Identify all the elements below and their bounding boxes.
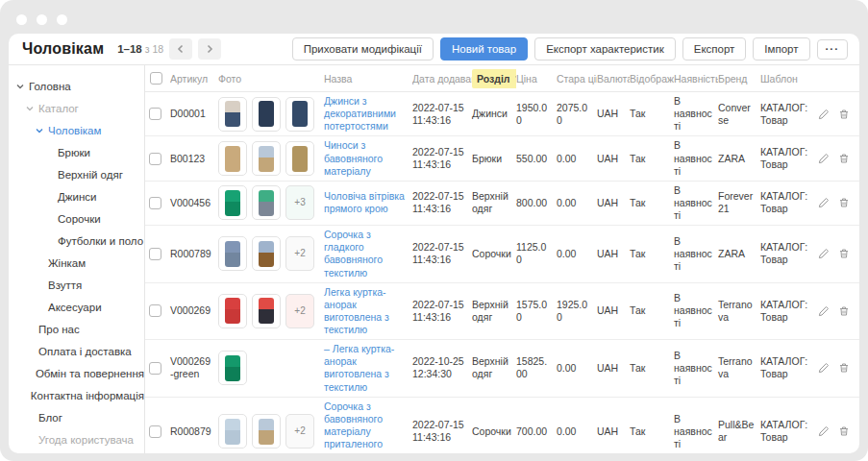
- product-name-link[interactable]: Чоловіча вітрівка прямого крою: [324, 190, 405, 214]
- sidebar-item[interactable]: Чоловікам: [9, 119, 144, 141]
- product-brand: Forever 21: [718, 190, 760, 215]
- product-name-link[interactable]: Сорочка з бавовняного матеріалу притален…: [324, 400, 383, 453]
- row-actions: [818, 425, 857, 437]
- minimize-window-icon[interactable]: [37, 14, 47, 25]
- product-availability: В наявності: [674, 350, 718, 387]
- product-brand: ZARA: [718, 248, 760, 260]
- chevron-down-icon: [26, 105, 38, 112]
- product-name-link[interactable]: Джинси з декоративними потертостями: [324, 95, 396, 132]
- sidebar-item[interactable]: Каталог: [9, 97, 144, 119]
- product-photos: [218, 97, 324, 132]
- product-photos: [218, 141, 324, 176]
- product-brand: Pull&Bear: [718, 419, 760, 444]
- product-currency: UAH: [597, 248, 630, 260]
- product-old-price: 1925.00: [557, 299, 597, 324]
- sidebar-item[interactable]: Жінкам: [9, 252, 144, 274]
- row-checkbox[interactable]: [149, 108, 161, 120]
- product-name-link[interactable]: Сорочка з гладкого бавовняного текстилю: [324, 229, 383, 278]
- import-button[interactable]: Імпорт: [753, 37, 809, 61]
- sidebar-item[interactable]: Головна: [9, 75, 144, 97]
- product-availability: В наявності: [674, 184, 718, 222]
- column-header-section[interactable]: Розділ: [472, 69, 516, 88]
- edit-button[interactable]: [818, 362, 830, 374]
- row-actions: [818, 197, 857, 208]
- export-characteristics-button[interactable]: Експорт характеристик: [534, 37, 676, 61]
- select-all-checkbox[interactable]: [150, 72, 162, 85]
- sidebar-item[interactable]: Аксесуари: [9, 296, 144, 318]
- pencil-icon: [818, 153, 830, 164]
- product-sku: D00001: [170, 108, 218, 120]
- next-page-button[interactable]: [198, 38, 221, 60]
- product-name-link[interactable]: Чиноси з бавовняного матеріалу: [324, 139, 383, 176]
- row-checkbox[interactable]: [149, 362, 161, 375]
- trash-icon: [838, 197, 850, 208]
- sidebar-item-label: Чоловікам: [48, 125, 101, 136]
- product-photo: [252, 141, 281, 176]
- sidebar-item[interactable]: Обмін та повернення: [9, 362, 144, 384]
- row-checkbox[interactable]: [149, 425, 161, 438]
- product-price: 550.00: [516, 153, 557, 165]
- product-sku: V000456: [170, 197, 218, 209]
- hide-modifications-button[interactable]: Приховати модифікації: [292, 37, 434, 61]
- sidebar-item[interactable]: Угода користувача: [9, 428, 144, 450]
- pagination-range: 1–18: [117, 43, 142, 55]
- sidebar-item[interactable]: Контактна інформація: [9, 384, 144, 406]
- product-old-price: 0.00: [557, 362, 597, 375]
- product-photo: [252, 185, 281, 220]
- product-display: Так: [630, 108, 674, 120]
- row-checkbox[interactable]: [149, 197, 161, 209]
- pencil-icon: [818, 305, 830, 317]
- product-availability: В наявності: [674, 139, 718, 177]
- close-window-icon[interactable]: [16, 14, 27, 25]
- product-photo: [218, 294, 247, 328]
- delete-button[interactable]: [838, 153, 850, 164]
- edit-button[interactable]: [818, 248, 830, 259]
- sidebar-item[interactable]: Про нас: [9, 318, 144, 340]
- delete-button[interactable]: [838, 362, 850, 374]
- edit-button[interactable]: [818, 153, 830, 164]
- prev-page-button[interactable]: [169, 38, 192, 60]
- delete-button[interactable]: [838, 109, 850, 120]
- product-currency: UAH: [597, 362, 630, 375]
- sidebar-item[interactable]: Оплата і доставка: [9, 340, 144, 362]
- page-title: Чоловікам: [22, 40, 104, 58]
- product-sku: V000269: [170, 304, 218, 317]
- product-date: 2022-07-15 11:43:16: [412, 102, 472, 127]
- delete-button[interactable]: [838, 197, 850, 208]
- product-name-link[interactable]: – Легка куртка-анорак виготовлена з текс…: [324, 343, 394, 392]
- product-photo: [218, 97, 247, 132]
- delete-button[interactable]: [838, 248, 850, 259]
- edit-button[interactable]: [818, 305, 830, 317]
- sidebar-item[interactable]: Відгуки про магазин: [9, 450, 144, 453]
- product-currency: UAH: [597, 197, 630, 209]
- product-sku: B00123: [170, 153, 218, 165]
- chevron-left-icon: [176, 44, 186, 54]
- row-checkbox[interactable]: [149, 248, 161, 260]
- sidebar-item[interactable]: Джинси: [9, 185, 144, 207]
- edit-button[interactable]: [818, 109, 830, 120]
- sidebar-item[interactable]: Брюки: [9, 141, 144, 163]
- product-name-link[interactable]: Легка куртка-анорак виготовлена з тексти…: [324, 286, 389, 335]
- product-availability: В наявності: [674, 413, 718, 450]
- more-actions-button[interactable]: ···: [817, 39, 849, 60]
- maximize-window-icon[interactable]: [57, 14, 67, 25]
- edit-button[interactable]: [818, 197, 830, 208]
- row-actions: [818, 362, 857, 374]
- sidebar-item-label: Оплата і доставка: [38, 346, 132, 357]
- row-checkbox[interactable]: [149, 304, 161, 317]
- trash-icon: [838, 109, 850, 120]
- trash-icon: [838, 305, 850, 317]
- sidebar-item[interactable]: Блог: [9, 406, 144, 428]
- export-button[interactable]: Експорт: [682, 37, 747, 61]
- sidebar-item[interactable]: Взуття: [9, 274, 144, 296]
- table-body: D00001 Джинси з декоративними потертостя…: [145, 92, 859, 453]
- sidebar-item[interactable]: Верхній одяг: [9, 163, 144, 185]
- edit-button[interactable]: [818, 425, 830, 437]
- new-product-button[interactable]: Новий товар: [440, 37, 528, 61]
- delete-button[interactable]: [838, 425, 850, 437]
- product-price: 700.00: [516, 425, 557, 438]
- delete-button[interactable]: [838, 305, 850, 317]
- sidebar-item[interactable]: Футболки и поло: [9, 230, 144, 252]
- sidebar-item[interactable]: Сорочки: [9, 207, 144, 230]
- row-checkbox[interactable]: [149, 153, 161, 165]
